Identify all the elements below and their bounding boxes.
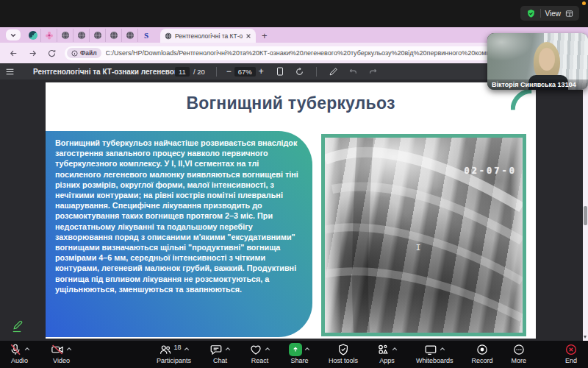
tab-search-button[interactable] (6, 29, 21, 40)
pinned-tab-globe[interactable] (90, 29, 106, 42)
divider (316, 67, 317, 77)
scrollbar[interactable] (583, 79, 588, 341)
xray-image: 02-07-0 I (321, 134, 526, 336)
participant-name-label: Вікторія Синявська 13104 (487, 79, 588, 90)
chat-icon (209, 343, 223, 356)
screen: View S Рентгенологічні та КТ-ознаки (0, 0, 588, 368)
s-letter-icon: S (144, 31, 148, 40)
end-call-icon (564, 343, 578, 356)
presentation-slide: Вогнищний туберкульоз Вогнищний туберкул… (46, 82, 536, 339)
mic-muted-icon (9, 343, 22, 356)
pdf-document-title: Рентгенологічні та КТ-ознаки легеневого … (33, 68, 175, 76)
undo-icon (348, 67, 358, 77)
chevron-down-icon (10, 33, 16, 38)
whiteboards-options-chevron[interactable] (440, 347, 445, 351)
new-tab-button[interactable]: + (262, 31, 268, 40)
globe-icon (61, 31, 70, 40)
scrollbar-thumb[interactable] (584, 206, 587, 225)
pdf-menu-icon[interactable] (5, 67, 15, 77)
view-button-label: View (545, 10, 562, 18)
participants-button[interactable]: 18 Participants (157, 343, 191, 364)
slide-arc-decoration (511, 89, 533, 111)
pinned-tab-globe[interactable] (57, 29, 74, 42)
pdf-content-area[interactable]: Вогнищний туберкульоз Вогнищний туберкул… (0, 79, 588, 341)
file-scheme-chip: Файл (67, 48, 101, 58)
audio-options-chevron[interactable] (24, 347, 30, 351)
scrollbar-down-arrow[interactable] (584, 336, 587, 339)
pdf-zoom-level[interactable]: 67% (234, 67, 256, 77)
text-cursor: I (416, 243, 421, 252)
record-button[interactable]: Record (472, 343, 493, 364)
share-options-chevron[interactable] (304, 347, 310, 351)
flower-icon (45, 31, 54, 40)
video-button[interactable]: Video (51, 343, 72, 364)
active-tab[interactable]: Рентгенологічні та КТ-ознаки (160, 29, 256, 43)
info-icon (71, 50, 78, 57)
view-button[interactable]: View (520, 6, 580, 21)
whiteboard-icon (424, 343, 437, 356)
pdf-page-input[interactable]: 11 (175, 67, 190, 77)
chat-options-chevron[interactable] (225, 347, 231, 351)
apps-options-chevron[interactable] (392, 347, 398, 351)
xray-date-stamp: 02-07-0 (464, 166, 517, 176)
react-options-chevron[interactable] (265, 347, 270, 351)
pinned-tab-globe[interactable] (74, 29, 90, 42)
meeting-top-bar: View (0, 0, 588, 27)
participants-count: 18 (174, 344, 182, 351)
apps-icon (376, 343, 390, 356)
zoom-out-button[interactable]: − (223, 67, 234, 76)
heart-react-icon (249, 343, 262, 356)
fit-page-icon[interactable] (276, 66, 284, 77)
pinned-tab-globe[interactable] (106, 29, 122, 42)
divider (216, 67, 217, 77)
tab-title: Рентгенологічні та КТ-ознаки (175, 32, 243, 40)
slide-text-box: Вогнищний туберкульоз найчастіше розвива… (46, 131, 312, 337)
globe-icon (110, 31, 118, 40)
apps-button[interactable]: Apps (376, 343, 398, 364)
more-ellipsis-icon (512, 343, 526, 356)
zoom-in-button[interactable]: + (256, 67, 267, 76)
participants-icon (159, 343, 172, 356)
pinned-tab-app[interactable] (25, 29, 41, 42)
host-tools-button[interactable]: Host tools (329, 343, 358, 364)
slide-body-text: Вогнищний туберкульоз найчастіше розвива… (55, 138, 301, 294)
whiteboards-button[interactable]: Whiteboards (416, 343, 453, 364)
chat-button[interactable]: Chat (209, 343, 231, 364)
security-shield-icon (526, 9, 536, 18)
camera-muted-icon (51, 343, 64, 356)
globe-icon (77, 31, 86, 40)
annotation-pencil-icon[interactable] (10, 319, 24, 333)
video-options-chevron[interactable] (66, 347, 72, 351)
rotate-icon[interactable] (295, 67, 304, 77)
view-layout-icon (565, 10, 573, 18)
notification-dot (582, 1, 586, 5)
reload-button[interactable] (46, 47, 57, 59)
share-button[interactable]: Share (289, 343, 310, 364)
globe-icon (126, 31, 135, 40)
pinned-tab-globe[interactable] (122, 29, 138, 42)
participant-video-tile[interactable]: Вікторія Синявська 13104 (487, 33, 588, 90)
back-button[interactable] (7, 47, 19, 59)
pinned-tab-s[interactable]: S (138, 29, 154, 42)
react-button[interactable]: React (249, 343, 270, 364)
record-icon (476, 343, 489, 356)
forward-button[interactable] (26, 47, 38, 59)
pinned-tab-flower[interactable] (41, 29, 57, 42)
redo-icon (368, 67, 378, 77)
meeting-toolbar: Audio Video 18 Participants (0, 341, 588, 368)
audio-button[interactable]: Audio (9, 343, 30, 364)
pdf-page-total: / 20 (193, 68, 205, 76)
tab-favicon-globe-icon (165, 32, 172, 40)
more-button[interactable]: More (512, 343, 527, 364)
participants-options-chevron[interactable] (184, 347, 190, 351)
divider (540, 9, 541, 18)
tab-close-icon[interactable] (245, 33, 251, 39)
share-screen-icon (289, 343, 302, 356)
participant-face (539, 48, 555, 71)
globe-icon (93, 31, 102, 40)
app-icon (29, 31, 37, 40)
end-meeting-button[interactable]: End (564, 343, 578, 364)
draw-pen-icon[interactable] (329, 67, 338, 77)
host-tools-shield-icon (337, 343, 350, 356)
slide-title: Вогнищний туберкульоз (46, 93, 536, 113)
